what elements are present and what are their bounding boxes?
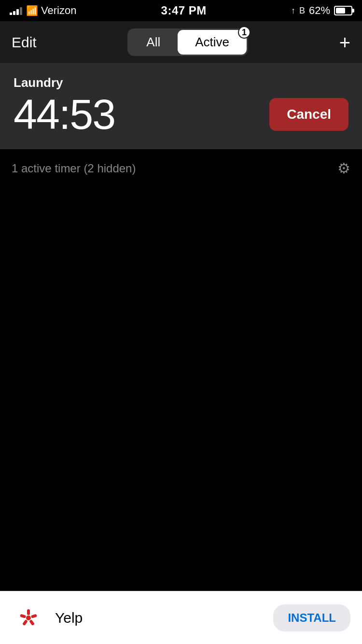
ad-app-name: Yelp: [55, 610, 264, 626]
signal-icon: [10, 6, 22, 15]
active-timers-text: 1 active timer (2 hidden): [12, 162, 136, 175]
cancel-button[interactable]: Cancel: [269, 98, 348, 131]
active-tab[interactable]: Active 1: [178, 30, 247, 55]
status-left: 📶 Verizon: [10, 4, 76, 17]
timer-display: 44:53: [14, 93, 115, 136]
carrier-label: Verizon: [41, 4, 76, 17]
content-area: [0, 187, 362, 583]
wifi-icon: 📶: [26, 5, 38, 16]
ad-banner[interactable]: Yelp INSTALL: [0, 591, 362, 644]
status-time: 3:47 PM: [161, 4, 207, 17]
bluetooth-icon: B: [299, 6, 305, 16]
active-badge: 1: [238, 26, 251, 39]
all-tab[interactable]: All: [129, 30, 178, 55]
yelp-icon: [14, 603, 43, 632]
battery-icon: [334, 6, 352, 15]
location-icon: ↑: [291, 6, 295, 16]
ad-logo: [12, 601, 45, 635]
timer-card: Laundry 44:53 Cancel: [0, 64, 362, 149]
add-timer-button[interactable]: +: [339, 33, 350, 52]
install-button[interactable]: INSTALL: [273, 604, 350, 631]
segment-control: All Active 1: [127, 28, 248, 56]
timer-row: 44:53 Cancel: [14, 93, 348, 136]
svg-rect-2: [27, 609, 30, 615]
battery-percent: 62%: [309, 4, 330, 17]
nav-bar: Edit All Active 1 +: [0, 21, 362, 64]
timer-label: Laundry: [14, 75, 348, 90]
svg-point-1: [26, 616, 31, 620]
status-bar: 📶 Verizon 3:47 PM ↑ B 62%: [0, 0, 362, 21]
active-info-bar: 1 active timer (2 hidden) ⚙: [0, 149, 362, 187]
edit-button[interactable]: Edit: [12, 34, 37, 51]
settings-icon[interactable]: ⚙: [337, 160, 350, 177]
battery-fill: [336, 8, 345, 14]
status-right: ↑ B 62%: [291, 4, 352, 17]
